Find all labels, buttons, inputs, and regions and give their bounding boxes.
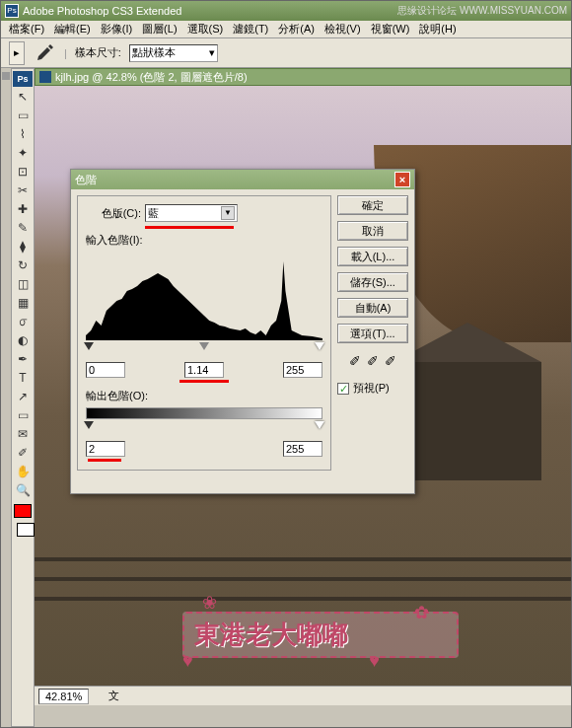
wand-tool-icon[interactable]: ✦ bbox=[13, 144, 33, 162]
dialog-titlebar[interactable]: 色階 × bbox=[71, 170, 414, 189]
menu-help[interactable]: 說明(H) bbox=[415, 21, 460, 37]
options-bar: ▸ | 樣本尺寸: 點狀樣本▾ bbox=[1, 38, 571, 68]
app-icon: Ps bbox=[5, 4, 19, 18]
brush-tool-icon[interactable]: ✎ bbox=[13, 219, 33, 237]
menu-window[interactable]: 視窗(W) bbox=[367, 21, 414, 37]
hand-tool-icon[interactable]: ✋ bbox=[13, 463, 33, 480]
load-button[interactable]: 載入(L)... bbox=[337, 247, 408, 266]
sample-size-select[interactable]: 點狀樣本▾ bbox=[129, 44, 218, 62]
auto-button[interactable]: 自動(A) bbox=[337, 298, 408, 318]
output-black-field[interactable]: 2 bbox=[86, 441, 125, 457]
annotation-line-2 bbox=[179, 380, 229, 383]
shape-tool-icon[interactable]: ▭ bbox=[13, 406, 33, 424]
histogram bbox=[86, 252, 322, 340]
marquee-tool-icon[interactable]: ▭ bbox=[13, 107, 33, 124]
out-black-handle[interactable] bbox=[84, 421, 94, 429]
annotation-line-3 bbox=[88, 459, 121, 462]
save-button[interactable]: 儲存(S)... bbox=[337, 272, 408, 292]
dialog-title: 色階 bbox=[75, 173, 97, 187]
foreground-swatch[interactable] bbox=[14, 504, 32, 518]
type-tool-icon[interactable]: T bbox=[13, 369, 33, 387]
options-button[interactable]: 選項(T)... bbox=[337, 324, 408, 343]
cancel-button[interactable]: 取消 bbox=[337, 221, 408, 241]
white-point-handle[interactable] bbox=[315, 342, 324, 350]
chevron-down-icon: ▼ bbox=[221, 206, 235, 220]
output-levels-label: 輸出色階(O): bbox=[86, 389, 148, 403]
menu-analysis[interactable]: 分析(A) bbox=[274, 21, 319, 37]
output-white-field[interactable]: 255 bbox=[283, 441, 322, 457]
blur-tool-icon[interactable]: ൦ bbox=[13, 313, 33, 330]
channel-label: 色版(C): bbox=[86, 206, 141, 221]
black-eyedropper-icon[interactable]: ✐ bbox=[349, 353, 361, 369]
document-icon bbox=[39, 71, 51, 83]
preview-label: 預視(P) bbox=[353, 381, 390, 396]
zoom-tool-icon[interactable]: 🔍 bbox=[13, 481, 33, 499]
menu-image[interactable]: 影像(I) bbox=[97, 21, 136, 37]
eyedropper-tool-icon[interactable]: ✐ bbox=[13, 444, 33, 462]
document-title: kjlh.jpg @ 42.8% (色階 2, 圖層遮色片/8) bbox=[55, 70, 248, 85]
left-strip bbox=[1, 68, 11, 727]
heal-tool-icon[interactable]: ✚ bbox=[13, 200, 33, 218]
notes-tool-icon[interactable]: ✉ bbox=[13, 425, 33, 443]
status-bar: 42.81% 文 bbox=[35, 686, 571, 705]
crop-tool-icon[interactable]: ⊡ bbox=[13, 163, 33, 181]
sample-size-label: 樣本尺寸: bbox=[75, 45, 121, 60]
levels-dialog: 色階 × 色版(C): 藍▼ 輸入色階(I): bbox=[70, 169, 415, 494]
eraser-tool-icon[interactable]: ◫ bbox=[13, 275, 33, 293]
watermark-text: 思缘设计论坛 WWW.MISSYUAN.COM bbox=[397, 4, 567, 18]
white-eyedropper-icon[interactable]: ✐ bbox=[385, 353, 396, 369]
input-gamma-field[interactable]: 1.14 bbox=[184, 362, 224, 378]
preview-checkbox[interactable]: ✓ bbox=[337, 383, 349, 395]
ps-logo-icon[interactable]: Ps bbox=[13, 71, 33, 87]
status-info: 文 bbox=[108, 689, 119, 703]
dialog-right-panel: 確定 取消 載入(L)... 儲存(S)... 自動(A) 選項(T)... ✐… bbox=[337, 195, 408, 471]
app-titlebar: Ps Adobe Photoshop CS3 Extended 思缘设计论坛 W… bbox=[1, 1, 571, 21]
menu-filter[interactable]: 濾鏡(T) bbox=[229, 21, 272, 37]
output-slider[interactable] bbox=[86, 421, 322, 435]
lasso-tool-icon[interactable]: ⌇ bbox=[13, 125, 33, 143]
gray-eyedropper-icon[interactable]: ✐ bbox=[367, 353, 379, 369]
eyedropper-icon bbox=[33, 41, 56, 65]
toolbox: Ps ↖ ▭ ⌇ ✦ ⊡ ✂ ✚ ✎ ⧫ ↻ ◫ ▦ ൦ ◐ ✒ T ↗ ▭ ✉… bbox=[11, 68, 35, 727]
black-point-handle[interactable] bbox=[84, 342, 94, 350]
dialog-left-panel: 色版(C): 藍▼ 輸入色階(I): 0 1.14 255 bbox=[77, 195, 331, 471]
input-levels-label: 輸入色階(I): bbox=[86, 233, 142, 248]
ok-button[interactable]: 確定 bbox=[337, 195, 408, 215]
menu-layer[interactable]: 圖層(L) bbox=[138, 21, 180, 37]
move-tool-icon[interactable]: ↖ bbox=[13, 88, 33, 106]
tool-preset-dropdown[interactable]: ▸ bbox=[9, 41, 25, 65]
menu-bar: 檔案(F) 編輯(E) 影像(I) 圖層(L) 選取(S) 濾鏡(T) 分析(A… bbox=[1, 21, 571, 38]
out-white-handle[interactable] bbox=[315, 421, 324, 429]
gamma-handle[interactable] bbox=[199, 342, 209, 350]
annotation-line-1 bbox=[145, 226, 234, 229]
pen-tool-icon[interactable]: ✒ bbox=[13, 350, 33, 368]
output-gradient bbox=[86, 407, 322, 419]
app-title: Adobe Photoshop CS3 Extended bbox=[23, 5, 181, 17]
menu-view[interactable]: 檢視(V) bbox=[321, 21, 365, 37]
zoom-value[interactable]: 42.81% bbox=[38, 689, 89, 704]
path-tool-icon[interactable]: ↗ bbox=[13, 388, 33, 405]
bottom-scroll[interactable] bbox=[35, 705, 571, 727]
document-titlebar[interactable]: kjlh.jpg @ 42.8% (色階 2, 圖層遮色片/8) bbox=[35, 68, 571, 86]
background-swatch[interactable] bbox=[17, 523, 35, 537]
gradient-tool-icon[interactable]: ▦ bbox=[13, 294, 33, 312]
channel-select[interactable]: 藍▼ bbox=[145, 204, 238, 222]
input-white-field[interactable]: 255 bbox=[283, 362, 322, 378]
dodge-tool-icon[interactable]: ◐ bbox=[13, 331, 33, 349]
input-black-field[interactable]: 0 bbox=[86, 362, 125, 378]
menu-select[interactable]: 選取(S) bbox=[183, 21, 228, 37]
input-slider[interactable] bbox=[86, 342, 322, 356]
menu-edit[interactable]: 編輯(E) bbox=[50, 21, 95, 37]
history-brush-icon[interactable]: ↻ bbox=[13, 256, 33, 274]
stamp-tool-icon[interactable]: ⧫ bbox=[13, 238, 33, 255]
slice-tool-icon[interactable]: ✂ bbox=[13, 182, 33, 199]
menu-file[interactable]: 檔案(F) bbox=[5, 21, 48, 37]
close-button[interactable]: × bbox=[394, 172, 410, 187]
